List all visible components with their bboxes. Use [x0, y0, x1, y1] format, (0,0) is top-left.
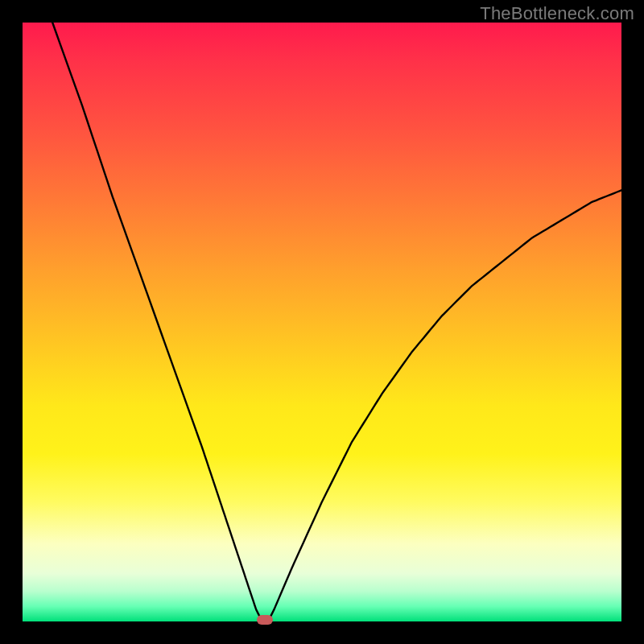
bottleneck-curve	[23, 23, 621, 621]
watermark-text: TheBottleneck.com	[480, 3, 634, 24]
optimal-point-marker	[257, 615, 273, 625]
plot-area	[23, 23, 621, 621]
chart-frame: TheBottleneck.com	[0, 0, 644, 644]
